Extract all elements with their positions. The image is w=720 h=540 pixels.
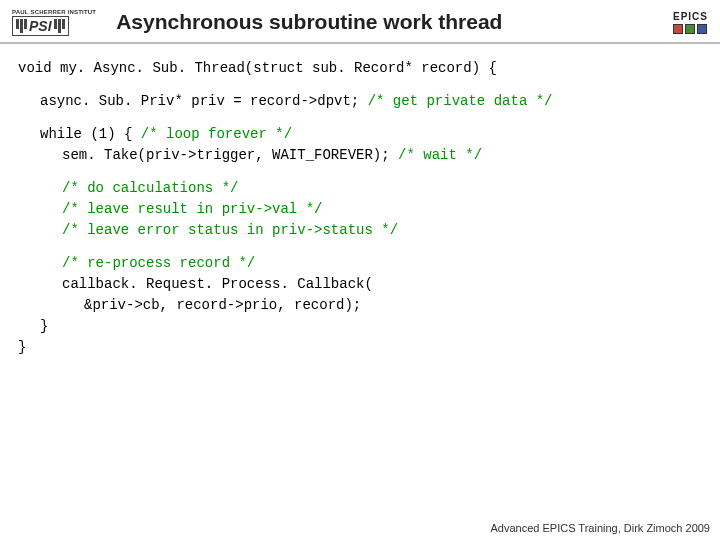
code-line: } — [18, 316, 702, 337]
slide-footer: Advanced EPICS Training, Dirk Zimoch 200… — [491, 522, 711, 534]
code-line: &priv->cb, record->prio, record); — [18, 295, 702, 316]
code-line: sem. Take(priv->trigger, WAIT_FOREVER); … — [18, 145, 702, 166]
epics-square-red — [673, 24, 683, 34]
slide-header: PAUL SCHERRER INSTITUT PSI Asynchronous … — [0, 0, 720, 44]
psi-logo-bars-right — [54, 19, 65, 33]
epics-logo-squares — [673, 24, 707, 34]
code-block: void my. Async. Sub. Thread(struct sub. … — [0, 44, 720, 372]
epics-logo-text: EPICS — [673, 11, 708, 22]
code-line: /* re-process record */ — [18, 253, 702, 274]
code-line: } — [18, 337, 702, 358]
epics-logo: EPICS — [673, 11, 708, 34]
psi-logo-text: PSI — [29, 18, 52, 34]
epics-square-green — [685, 24, 695, 34]
code-line: void my. Async. Sub. Thread(struct sub. … — [18, 58, 702, 79]
code-line: callback. Request. Process. Callback( — [18, 274, 702, 295]
psi-logo-bars-left — [16, 19, 27, 33]
epics-square-blue — [697, 24, 707, 34]
psi-logo: PAUL SCHERRER INSTITUT PSI — [12, 9, 96, 36]
code-line: while (1) { /* loop forever */ — [18, 124, 702, 145]
psi-logo-box: PSI — [12, 16, 69, 36]
code-line: async. Sub. Priv* priv = record->dpvt; /… — [18, 91, 702, 112]
code-line: /* leave error status in priv->status */ — [18, 220, 702, 241]
code-line: /* leave result in priv->val */ — [18, 199, 702, 220]
slide-title: Asynchronous subroutine work thread — [110, 10, 673, 34]
code-line: /* do calculations */ — [18, 178, 702, 199]
psi-logo-top-text: PAUL SCHERRER INSTITUT — [12, 9, 96, 15]
